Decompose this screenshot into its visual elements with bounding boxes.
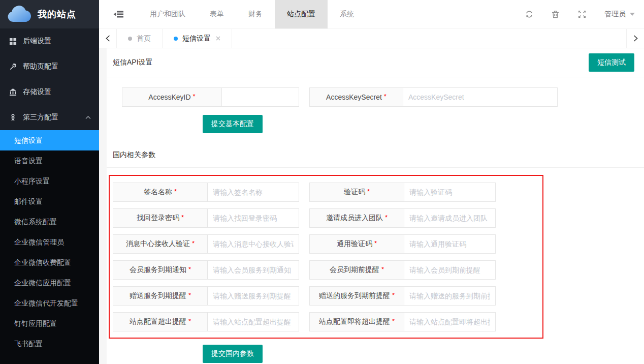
sms-test-button[interactable]: 短信测试 (589, 53, 634, 72)
sidebar-item-help-page-config[interactable]: 帮助页配置 (0, 54, 99, 79)
form-row: 站点配置超出提醒* 站点配置即将超出提醒* (113, 312, 542, 331)
required-mark: * (192, 239, 195, 247)
field-member-service-expiry-notice: 会员服务到期通知* (113, 260, 299, 280)
site-title: 我的站点 (38, 8, 76, 20)
close-icon[interactable] (216, 36, 220, 41)
required-mark: * (174, 188, 177, 195)
fullscreen-icon[interactable] (578, 10, 586, 18)
sidebar-subitem-wecom-dev-config[interactable]: 企业微信代开发配置 (0, 293, 99, 313)
field-invite-member: 邀请成员进入团队* (309, 208, 496, 228)
user-menu[interactable]: 管理员 (604, 10, 635, 19)
member-service-expiry-notice-input[interactable] (207, 260, 299, 280)
sidebar-subitem-wecom-billing-config[interactable]: 企业微信收费配置 (0, 252, 99, 272)
tab-label: 首页 (137, 34, 151, 43)
field-label: 站点配置即将超出提醒* (309, 312, 404, 331)
field-label: 邀请成员进入团队* (309, 208, 404, 228)
required-mark: * (188, 291, 191, 299)
nav-tab-system[interactable]: 系统 (328, 0, 366, 28)
gift-service-expiry-reminder-input[interactable] (207, 286, 299, 306)
submit-domestic-params-button[interactable]: 提交国内参数 (203, 345, 263, 363)
access-key-id-input[interactable] (221, 87, 299, 107)
required-mark: * (392, 291, 395, 299)
cloud-logo-icon (6, 6, 33, 23)
page-tab-home[interactable]: 首页 (117, 29, 163, 48)
member-expiry-reminder-input[interactable] (404, 260, 496, 280)
user-name: 管理员 (604, 10, 626, 19)
nav-tab-users-teams[interactable]: 用户和团队 (138, 0, 198, 28)
refresh-icon[interactable] (525, 10, 533, 18)
nav-tab-site-config[interactable]: 站点配置 (275, 0, 328, 28)
sidebar-subitem-wecom-admin[interactable]: 企业微信管理员 (0, 232, 99, 252)
field-label: 站点配置超出提醒* (113, 312, 208, 331)
access-key-secret-input[interactable] (403, 87, 558, 107)
sidebar-subitem-wechat-system-config[interactable]: 微信系统配置 (0, 211, 99, 232)
field-label: 签名名称* (113, 183, 208, 202)
sidebar-submenu: 短信设置 语音设置 小程序设置 邮件设置 微信系统配置 企业微信管理员 企业微信… (0, 130, 99, 364)
sidebar-subitem-voice-settings[interactable]: 语音设置 (0, 150, 99, 171)
form-row: 签名名称* 验证码* (113, 183, 542, 202)
sidebar-subitem-dingtalk-app-config[interactable]: 钉钉应用配置 (0, 313, 99, 333)
domestic-params-highlight-box: 签名名称* 验证码* 找回登录密码* (109, 175, 543, 339)
content-area: 短信API设置 短信测试 AccessKeyID* AccessKeySecre… (99, 48, 644, 364)
form-row: 会员服务到期通知* 会员到期前提醒* (113, 260, 542, 280)
sidebar-subitem-wecom-app-config[interactable]: 企业微信应用配置 (0, 272, 99, 293)
field-member-expiry-reminder: 会员到期前提醒* (309, 260, 496, 280)
sidebar-subitem-feishu-config[interactable]: 飞书配置 (0, 333, 99, 354)
sidebar-subitem-mail-settings[interactable]: 邮件设置 (0, 191, 99, 211)
site-config-exceed-reminder-input[interactable] (207, 312, 299, 331)
invite-member-input[interactable] (404, 208, 496, 228)
top-nav-tabs: 用户和团队 表单 财务 站点配置 系统 (138, 0, 366, 28)
sidebar-subitem-miniprogram-settings[interactable]: 小程序设置 (0, 171, 99, 191)
tab-status-dot (128, 37, 132, 41)
field-general-captcha: 通用验证码* (309, 234, 496, 254)
settings-card: 短信API设置 短信测试 AccessKeyID* AccessKeySecre… (107, 48, 644, 364)
sidebar-item-storage-settings[interactable]: 存储设置 (0, 79, 99, 105)
tab-label: 短信设置 (182, 34, 211, 43)
tab-status-dot (174, 37, 178, 41)
nav-tab-finance[interactable]: 财务 (236, 0, 275, 28)
sidebar: 我的站点 后端设置 帮助页配置 存储设置 (0, 0, 99, 364)
field-password-recovery: 找回登录密码* (113, 208, 299, 228)
password-recovery-input[interactable] (207, 208, 299, 228)
api-key-row: AccessKeyID* AccessKeySecret* (122, 87, 644, 107)
sidebar-item-backend-settings[interactable]: 后端设置 (0, 28, 99, 54)
page-tab-sms-settings[interactable]: 短信设置 (163, 29, 232, 48)
field-label: 通用验证码* (309, 234, 404, 254)
required-mark: * (384, 93, 387, 100)
sidebar-subitem-sms-settings[interactable]: 短信设置 (0, 130, 99, 150)
section-title: 国内相关参数 (113, 150, 155, 160)
field-label: 赠送服务到期提醒* (113, 286, 208, 306)
sidebar-item-label: 第三方配置 (23, 113, 58, 122)
required-mark: * (188, 265, 191, 273)
grid-icon (8, 38, 17, 45)
field-gift-service-pre-expiry-reminder: 赠送的服务到期前提醒* (309, 286, 496, 306)
app-logo: 我的站点 (0, 0, 99, 28)
tabs-scroll-right-icon[interactable] (626, 29, 644, 48)
sidebar-item-label: 后端设置 (23, 37, 51, 46)
required-mark: * (392, 317, 395, 325)
general-captcha-input[interactable] (404, 234, 496, 254)
field-gift-service-expiry-reminder: 赠送服务到期提醒* (113, 286, 299, 306)
tabs-scroll-left-icon[interactable] (99, 29, 117, 48)
sign-name-input[interactable] (207, 183, 299, 202)
site-config-near-exceed-reminder-input[interactable] (404, 312, 496, 331)
field-sign-name: 签名名称* (113, 183, 299, 202)
field-label: 消息中心接收人验证* (113, 234, 208, 254)
required-mark: * (374, 239, 377, 247)
message-center-receiver-verify-input[interactable] (207, 234, 299, 254)
sidebar-item-label: 存储设置 (23, 87, 51, 97)
field-label: 验证码* (309, 183, 404, 202)
nav-tab-forms[interactable]: 表单 (198, 0, 236, 28)
field-label: 会员到期前提醒* (309, 260, 404, 280)
main-area: 用户和团队 表单 财务 站点配置 系统 (99, 0, 644, 364)
captcha-code-input[interactable] (404, 183, 496, 202)
form-row: 赠送服务到期提醒* 赠送的服务到期前提醒* (113, 286, 542, 306)
field-captcha-code: 验证码* (309, 183, 496, 202)
submit-basic-config-button[interactable]: 提交基本配置 (203, 115, 263, 133)
sidebar-toggle-icon[interactable] (113, 10, 123, 18)
chevron-down-icon (630, 13, 635, 16)
gift-service-pre-expiry-reminder-input[interactable] (404, 286, 496, 306)
trash-icon[interactable] (552, 10, 560, 18)
sidebar-item-third-party-config[interactable]: 第三方配置 (0, 105, 99, 130)
chevron-up-icon (85, 116, 91, 119)
